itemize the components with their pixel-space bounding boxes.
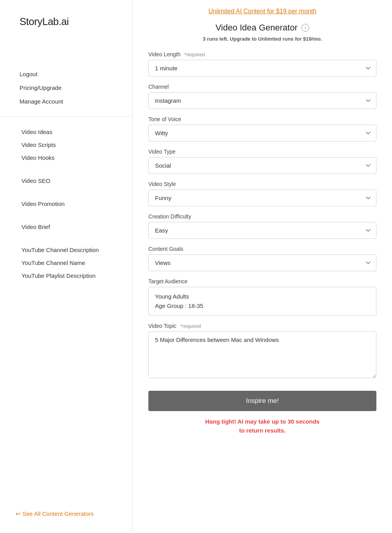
video-type-group: Video Type Social Educational Entertainm… xyxy=(148,148,376,174)
sidebar-item-video-scripts[interactable]: Video Scripts xyxy=(21,141,132,148)
video-length-select[interactable]: 30 seconds 1 minute 5 minutes 10 minutes… xyxy=(148,60,376,77)
sidebar-item-manage-account[interactable]: Manage Account xyxy=(20,98,132,105)
see-all-generators-link[interactable]: ↩ See All Content Generators xyxy=(16,510,132,517)
main-content: Unlimited AI Content for $19 per month V… xyxy=(133,0,392,533)
target-audience-label: Target Audience xyxy=(148,278,376,284)
content-goals-label: Content Goals xyxy=(148,246,376,252)
tone-select[interactable]: Witty Professional Casual Inspirational … xyxy=(148,125,376,141)
difficulty-label: Creation Difficulty xyxy=(148,213,376,220)
page-title: Video Idea Generator xyxy=(216,23,298,33)
video-style-group: Video Style Funny Serious Dramatic Minim… xyxy=(148,181,376,206)
video-topic-textarea[interactable]: 5 Major Differences between Mac and Wind… xyxy=(148,331,376,378)
promo-link[interactable]: Unlimited AI Content for $19 per month xyxy=(148,8,376,15)
channel-group: Channel Instagram YouTube TikTok Faceboo… xyxy=(148,84,376,109)
content-goals-select[interactable]: Views Engagement Subscribers Sales Brand… xyxy=(148,254,376,271)
target-audience-group: Target Audience Young AdultsAge Group : … xyxy=(148,278,376,316)
sidebar-item-video-hooks[interactable]: Video Hooks xyxy=(21,154,132,161)
video-type-select[interactable]: Social Educational Entertainment Tutoria… xyxy=(148,157,376,174)
nav-top: Logout Pricing/Upgrade Manage Account xyxy=(0,39,132,113)
video-topic-label: Video Topic *required xyxy=(148,323,376,329)
sidebar-item-video-promotion[interactable]: Video Promotion xyxy=(21,200,132,207)
channel-select[interactable]: Instagram YouTube TikTok Facebook Twitte… xyxy=(148,92,376,109)
video-length-label: Video Length *required xyxy=(148,51,376,57)
content-goals-group: Content Goals Views Engagement Subscribe… xyxy=(148,246,376,271)
sidebar-item-video-brief[interactable]: Video Brief xyxy=(21,224,132,230)
sidebar-item-yt-channel-name[interactable]: YouTube Channel Name xyxy=(21,259,132,266)
video-style-label: Video Style xyxy=(148,181,376,187)
inspire-button[interactable]: Inspire me! xyxy=(148,391,376,411)
sidebar-bottom: ↩ See All Content Generators xyxy=(0,499,132,533)
difficulty-group: Creation Difficulty Easy Medium Hard xyxy=(148,213,376,239)
tone-group: Tone of Voice Witty Professional Casual … xyxy=(148,116,376,141)
sidebar-item-yt-channel-desc[interactable]: YouTube Channel Description xyxy=(21,247,132,253)
info-icon[interactable]: i xyxy=(301,24,309,32)
sidebar-item-yt-playlist-desc[interactable]: YouTube Playlist Description xyxy=(21,272,132,279)
tone-label: Tone of Voice xyxy=(148,116,376,122)
video-topic-group: Video Topic *required 5 Major Difference… xyxy=(148,323,376,380)
sidebar-item-pricing[interactable]: Pricing/Upgrade xyxy=(20,84,132,91)
sidebar: StoryLab.ai Logout Pricing/Upgrade Manag… xyxy=(0,0,133,533)
video-type-label: Video Type xyxy=(148,148,376,155)
nav-main: Video Ideas Video Scripts Video Hooks Vi… xyxy=(0,121,132,279)
video-length-group: Video Length *required 30 seconds 1 minu… xyxy=(148,51,376,77)
difficulty-select[interactable]: Easy Medium Hard xyxy=(148,222,376,239)
channel-label: Channel xyxy=(148,84,376,90)
video-style-select[interactable]: Funny Serious Dramatic Minimalist Cinema… xyxy=(148,190,376,206)
subtitle: 3 runs left. Upgrade to Unlimited runs f… xyxy=(148,36,376,42)
sidebar-item-video-ideas[interactable]: Video Ideas xyxy=(21,129,132,135)
wait-message: Hang tight! AI may take up to 30 seconds… xyxy=(148,417,376,435)
page-title-row: Video Idea Generator i xyxy=(148,23,376,33)
sidebar-item-video-seo[interactable]: Video SEO xyxy=(21,177,132,184)
sidebar-item-logout[interactable]: Logout xyxy=(20,71,132,77)
logo: StoryLab.ai xyxy=(0,0,132,39)
target-audience-value: Young AdultsAge Group : 18-35 xyxy=(148,287,376,316)
